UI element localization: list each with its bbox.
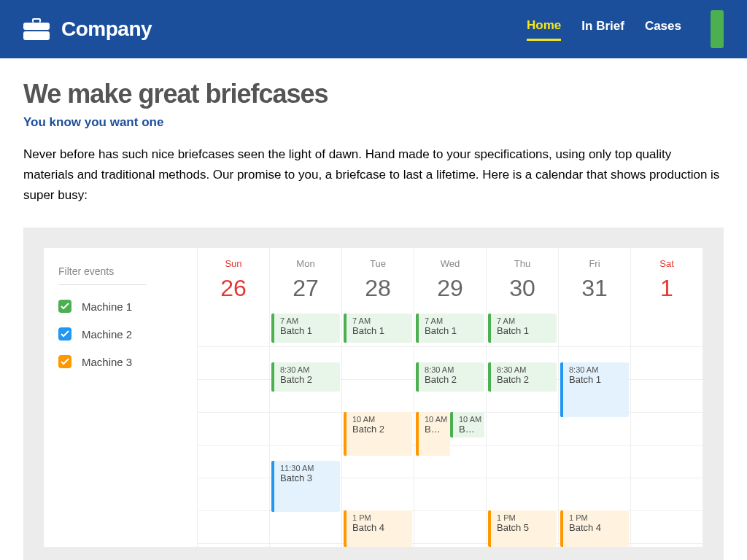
filter-label: Machine 1	[82, 300, 132, 313]
event-time: 8:30 AM	[497, 365, 554, 374]
event-label: Batch 1	[425, 325, 481, 336]
page-title: We make great briefcases	[23, 79, 724, 109]
event-label: Batch 1	[352, 325, 409, 336]
body-text: Never before has such nice briefcases se…	[23, 144, 724, 206]
calendar-event[interactable]: 7 AMBatch 1	[271, 314, 340, 343]
day-column: 8:30 AMBatch 11 PMBatch 4	[559, 314, 631, 547]
calendar-event[interactable]: 10 AMB… 2	[416, 412, 450, 456]
calendar-event[interactable]: 7 AMBatch 1	[416, 314, 484, 343]
day-column: 7 AMBatch 18:30 AMBatch 21 PMBatch 5	[487, 314, 559, 547]
day-abbr: Tue	[342, 258, 414, 269]
svg-rect-2	[23, 23, 50, 30]
svg-rect-3	[23, 31, 50, 40]
event-time: 10 AM	[425, 415, 447, 424]
event-time: 10 AM	[352, 415, 409, 424]
day-column	[631, 314, 703, 547]
event-time: 7 AM	[352, 316, 409, 325]
filter-label: Machine 3	[82, 356, 132, 368]
event-time: 1 PM	[569, 513, 626, 522]
briefcase-icon	[23, 18, 50, 40]
day-header[interactable]: Thu30	[487, 248, 559, 314]
event-label: Batch 2	[280, 374, 337, 385]
nav-brief[interactable]: In Brief	[581, 19, 624, 39]
event-label: Batch 5	[497, 522, 554, 533]
day-column	[198, 314, 270, 547]
day-number: 31	[559, 275, 630, 302]
green-indicator	[711, 10, 724, 48]
event-label: Batch 1	[497, 325, 554, 336]
checkbox-icon	[58, 327, 71, 341]
calendar: Filter events Machine 1Machine 2Machine …	[44, 248, 703, 547]
day-abbr: Fri	[559, 258, 630, 269]
checkbox-icon	[58, 355, 71, 368]
nav: Home In Brief Cases	[527, 10, 724, 48]
day-header[interactable]: Wed29	[414, 248, 487, 314]
filter-label: Machine 2	[82, 328, 132, 341]
day-header[interactable]: Sun26	[198, 248, 270, 314]
event-label: Batch 4	[352, 522, 409, 533]
event-label: Batch 3	[280, 472, 337, 483]
event-time: 8:30 AM	[425, 365, 481, 374]
filter-item-2[interactable]: Machine 3	[58, 355, 182, 368]
event-label: B…	[459, 424, 481, 435]
day-number: 29	[414, 275, 486, 302]
filter-title: Filter events	[58, 265, 146, 285]
page-subtitle: You know you want one	[23, 115, 724, 130]
calendar-event[interactable]: 1 PMBatch 5	[488, 510, 557, 547]
day-column: 7 AMBatch 18:30 AMBatch 211:30 AMBatch 3	[270, 314, 342, 547]
calendar-event[interactable]: 8:30 AMBatch 2	[271, 362, 340, 392]
day-abbr: Wed	[414, 258, 486, 269]
brand-name: Company	[61, 18, 152, 41]
logo[interactable]: Company	[23, 18, 152, 41]
day-header[interactable]: Sat1	[631, 248, 703, 314]
day-header[interactable]: Fri31	[559, 248, 631, 314]
event-label: Batch 1	[569, 374, 626, 385]
content: We make great briefcases You know you wa…	[0, 58, 747, 560]
calendar-event[interactable]: 7 AMBatch 1	[344, 314, 412, 343]
day-number: 27	[270, 275, 341, 302]
day-header[interactable]: Tue28	[342, 248, 414, 314]
nav-cases[interactable]: Cases	[645, 19, 681, 39]
filter-sidebar: Filter events Machine 1Machine 2Machine …	[44, 248, 197, 547]
day-column: 7 AMBatch 110 AMBatch 21 PMBatch 4	[342, 314, 414, 547]
filter-item-0[interactable]: Machine 1	[58, 300, 182, 313]
calendar-event[interactable]: 7 AMBatch 1	[488, 314, 557, 343]
event-time: 1 PM	[497, 513, 554, 522]
time-grid: 8 AM9 AM10 AM11 AM12 PM1 PM2 PM 7 AMBatc…	[198, 314, 703, 547]
event-label: Batch 2	[352, 424, 409, 435]
event-time: 8:30 AM	[569, 365, 626, 374]
calendar-event[interactable]: 10 AMB…	[450, 412, 484, 438]
calendar-container: Filter events Machine 1Machine 2Machine …	[23, 228, 724, 560]
calendar-event[interactable]: 1 PMBatch 4	[344, 510, 412, 547]
calendar-event[interactable]: 8:30 AMBatch 1	[560, 362, 629, 417]
day-headers: Sun26Mon27Tue28Wed29Thu30Fri31Sat1	[198, 248, 703, 314]
day-number: 26	[198, 275, 269, 302]
checkbox-icon	[58, 300, 71, 313]
calendar-grid: Sun26Mon27Tue28Wed29Thu30Fri31Sat1 8 AM9…	[197, 248, 703, 547]
nav-home[interactable]: Home	[527, 18, 561, 41]
day-number: 28	[342, 275, 414, 302]
day-number: 30	[487, 275, 558, 302]
event-time: 7 AM	[425, 316, 481, 325]
event-time: 10 AM	[459, 415, 481, 424]
header: Company Home In Brief Cases	[0, 0, 747, 58]
day-header[interactable]: Mon27	[270, 248, 342, 314]
event-time: 1 PM	[352, 513, 409, 522]
day-abbr: Mon	[270, 258, 341, 269]
calendar-event[interactable]: 8:30 AMBatch 2	[488, 362, 557, 392]
day-abbr: Thu	[487, 258, 558, 269]
event-label: Batch 2	[425, 374, 481, 385]
event-label: Batch 1	[280, 325, 337, 336]
day-abbr: Sun	[198, 258, 269, 269]
calendar-event[interactable]: 8:30 AMBatch 2	[416, 362, 484, 392]
calendar-event[interactable]: 1 PMBatch 4	[560, 510, 629, 547]
day-number: 1	[631, 275, 703, 302]
day-abbr: Sat	[631, 258, 703, 269]
event-label: Batch 2	[497, 374, 554, 385]
event-time: 8:30 AM	[280, 365, 337, 374]
filter-item-1[interactable]: Machine 2	[58, 327, 182, 341]
calendar-event[interactable]: 10 AMBatch 2	[344, 412, 412, 456]
event-time: 7 AM	[497, 316, 554, 325]
calendar-event[interactable]: 11:30 AMBatch 3	[271, 461, 340, 512]
event-time: 11:30 AM	[280, 464, 337, 472]
